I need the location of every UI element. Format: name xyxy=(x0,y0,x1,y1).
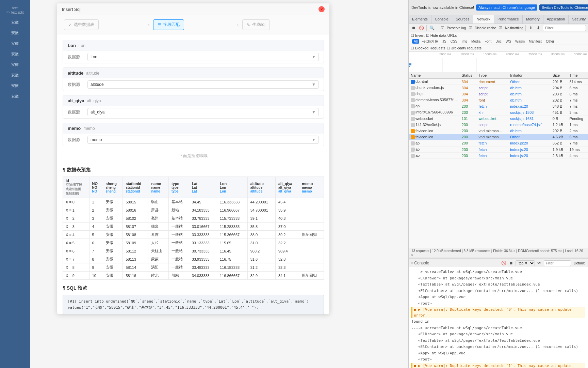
network-request-row[interactable]: db.js304scriptdb.html203 B6 ms xyxy=(409,91,588,97)
cell-sheng: 安徽 xyxy=(103,255,123,263)
type-css[interactable]: CSS xyxy=(449,39,459,44)
console-context-select[interactable]: top ▼ xyxy=(516,260,535,266)
console-filter-input[interactable] xyxy=(544,260,571,266)
network-request-row[interactable]: api200fetchindex.js:20352 B7 ms xyxy=(409,140,588,146)
network-request-row[interactable]: api200fetchindex.js:202.3 kB4 ms xyxy=(409,153,588,159)
sidebar-item-5[interactable]: 安徽 xyxy=(0,49,30,59)
modal-close-button[interactable]: ✕ xyxy=(318,6,325,12)
third-party-checkbox[interactable]: ☐ 3rd-party requests xyxy=(447,46,481,50)
field-alt-qiya-label: 数据源 xyxy=(68,109,85,115)
console-stop-icon[interactable]: ⏹ xyxy=(508,260,514,266)
blocked-requests-checkbox[interactable]: ☐ Blocked Requests xyxy=(411,46,445,50)
type-doc[interactable]: Doc xyxy=(494,39,503,44)
field-lon-select[interactable]: Lon ▼ xyxy=(87,53,319,61)
network-request-row[interactable]: favicon.ico200vnd.microso...Other4.6 kB6… xyxy=(409,134,588,140)
tab-console[interactable]: Console xyxy=(431,15,452,24)
tab-sources[interactable]: Sources xyxy=(452,15,473,24)
network-request-row[interactable]: chunk-vendors.js304scriptdb.html204 B6 m… xyxy=(409,85,588,91)
network-request-row[interactable]: api200fetchindex.js:201.9 kB19 ms xyxy=(409,147,588,153)
console-line: <root> xyxy=(411,301,585,307)
step-2[interactable]: ☰ 字段匹配 xyxy=(153,19,233,30)
sidebar-item-3[interactable]: 安徽 xyxy=(0,28,30,38)
cell-type: 一般站 xyxy=(169,247,189,255)
type-img[interactable]: Img xyxy=(460,39,469,44)
sidebar-item-6[interactable]: 安徽 xyxy=(0,59,30,70)
col-name[interactable]: Name xyxy=(409,72,460,79)
type-font[interactable]: Font xyxy=(483,39,493,44)
switch-devtools-btn[interactable]: Switch DevTools to Chinese xyxy=(539,4,588,11)
col-time[interactable]: Time xyxy=(568,72,588,79)
type-fetch-xhr[interactable]: Fetch/XHR xyxy=(420,39,440,44)
export-icon[interactable]: ⬇ xyxy=(535,25,541,31)
toolbar-sep-3 xyxy=(525,25,526,31)
below-notice: 下面是预览哦哦 xyxy=(63,150,324,162)
network-request-row[interactable]: info/t=1675684633996200xhrsockjs.js:1803… xyxy=(409,109,588,116)
import-icon[interactable]: ⬆ xyxy=(528,25,534,31)
invert-checkbox[interactable]: ☐ Invert xyxy=(411,33,425,38)
type-media[interactable]: Media xyxy=(470,39,482,44)
tab-security[interactable]: Security xyxy=(569,15,588,24)
sidebar-item-9[interactable]: 安徽 xyxy=(0,91,30,102)
col-status[interactable]: Status xyxy=(460,72,477,79)
network-request-row[interactable]: api200fetchindex.js:20348 B7 ms xyxy=(409,103,588,109)
network-request-row[interactable]: element-icons.535877f5.woff304fontdb.htm… xyxy=(409,97,588,103)
search-icon[interactable]: 🔍 xyxy=(429,25,435,31)
always-match-btn[interactable]: Always match Chrome's language xyxy=(476,4,537,11)
network-filter-input[interactable] xyxy=(543,25,586,31)
cell-name: 天柱山 xyxy=(148,247,169,255)
col-initiator[interactable]: Initiator xyxy=(508,72,550,79)
network-request-row[interactable]: 141.32/ce3c/.js200scriptruntime/base74.j… xyxy=(409,122,588,128)
type-manifest[interactable]: Manifest xyxy=(527,39,543,44)
console-line: <App> at wSql/App.vue xyxy=(411,294,585,300)
preserve-log-icon[interactable]: ☑ xyxy=(439,25,445,31)
field-lon-name: Lon xyxy=(68,43,76,48)
cell-id: X = 3 xyxy=(63,223,89,231)
console-clear-icon[interactable]: 🚫 xyxy=(501,260,507,266)
tab-memory[interactable]: Memory xyxy=(523,15,543,24)
type-wasm[interactable]: Wasm xyxy=(513,39,526,44)
col-header-stationid: stationid stationid stationid xyxy=(123,177,148,198)
cell-NO: 10 xyxy=(89,272,103,280)
console-eye-icon[interactable]: 👁 xyxy=(536,260,542,266)
field-alt-qiya-select[interactable]: alt_qiya ▼ xyxy=(87,108,319,116)
network-request-row[interactable]: favicon.ico200vnd.microso...db.html202 B… xyxy=(409,128,588,134)
cell-Lon: 116.866667 xyxy=(217,272,248,280)
type-other[interactable]: Other xyxy=(544,39,556,44)
no-throttling-icon[interactable]: ☑ xyxy=(497,25,504,31)
tab-performance[interactable]: Performance xyxy=(494,15,523,24)
field-memo-select[interactable]: memo ▼ xyxy=(87,136,319,144)
sidebar-item-4[interactable]: 安徽 xyxy=(0,38,30,49)
sidebar-item-7[interactable]: 安徽 xyxy=(0,70,30,80)
disable-cache-icon[interactable]: ☑ xyxy=(467,25,473,31)
record-icon[interactable]: ⏺ xyxy=(411,25,417,31)
tab-elements[interactable]: Elements xyxy=(409,15,431,24)
type-js[interactable]: JS xyxy=(441,39,448,44)
console-line: <root> xyxy=(411,357,585,363)
cell-alt_qiya: 32.2 xyxy=(275,239,299,247)
console-panel-label[interactable]: ≡ Console xyxy=(411,261,429,265)
type-all[interactable]: All xyxy=(412,39,419,44)
sidebar-item-8[interactable]: 安徽 xyxy=(0,80,30,91)
field-altitude-select[interactable]: altitude ▼ xyxy=(87,80,319,89)
step-3[interactable]: ✎ 生成sql xyxy=(242,19,323,30)
col-type[interactable]: Type xyxy=(477,72,508,79)
cell-NO: 3 xyxy=(89,214,103,223)
cell-sheng: 安徽 xyxy=(103,206,123,214)
hide-data-urls-checkbox[interactable]: ☑ Hide data URLs xyxy=(426,33,457,38)
clear-icon[interactable]: 🚫 xyxy=(418,25,424,31)
cell-Lon: 115.366667 xyxy=(217,231,248,239)
preview-table-wrapper[interactable]: id 空(自填字段 或索引范围 限制主键) NO NO NO xyxy=(63,177,324,280)
cell-id: X = 4 xyxy=(63,231,89,239)
tab-network[interactable]: Network xyxy=(473,15,494,24)
network-requests-table-wrapper[interactable]: Name Status Type Initiator Size Time db.… xyxy=(409,72,588,248)
sidebar-item-2[interactable]: 安徽 xyxy=(0,17,30,28)
cell-memo xyxy=(299,255,324,263)
network-request-row[interactable]: db.html304documentOther201 B314 ms xyxy=(409,79,588,85)
network-request-row[interactable]: websocket101websocketsockjs.js:16810 BPe… xyxy=(409,116,588,122)
tab-application[interactable]: Application xyxy=(543,15,569,24)
type-ws[interactable]: WS xyxy=(504,39,513,44)
marker-20000: 20000 ms xyxy=(497,52,520,56)
sidebar-item-1[interactable]: text => text.split xyxy=(0,3,30,17)
col-size[interactable]: Size xyxy=(551,72,568,79)
step-1[interactable]: ✓ 选中数据表 xyxy=(64,19,144,30)
